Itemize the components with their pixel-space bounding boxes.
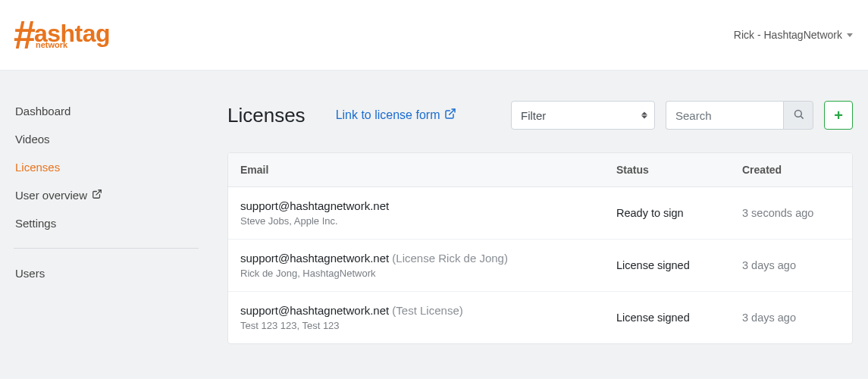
- sidebar-item-label: Dashboard: [15, 105, 71, 117]
- row-email: support@hashtagnetwork.net: [240, 252, 389, 265]
- header: # ashtag network Rick - HashtagNetwork: [0, 0, 868, 70]
- sidebar-item-label: Licenses: [15, 161, 60, 174]
- row-created: 3 days ago: [742, 312, 840, 324]
- sidebar-item-licenses[interactable]: Licenses: [0, 153, 212, 181]
- svg-line-1: [450, 109, 455, 114]
- row-sub: Test 123 123, Test 123: [240, 320, 616, 331]
- filter-select[interactable]: Filter: [511, 101, 655, 130]
- table-row[interactable]: support@hashtagnetwork.net (Test License…: [228, 292, 852, 343]
- svg-line-0: [96, 190, 101, 195]
- main-content: Licenses Link to license form Filter: [212, 70, 868, 379]
- search-input[interactable]: [666, 101, 783, 130]
- row-sub: Steve Jobs, Apple Inc.: [240, 215, 616, 227]
- row-status: License signed: [616, 312, 742, 324]
- link-to-license-form[interactable]: Link to license form: [336, 108, 457, 123]
- chevron-down-icon: [847, 33, 853, 37]
- sidebar-item-users[interactable]: Users: [0, 259, 212, 287]
- sidebar-item-label: Videos: [15, 133, 50, 146]
- row-status: Ready to sign: [616, 207, 742, 219]
- table-row[interactable]: support@hashtagnetwork.net (License Rick…: [228, 240, 852, 292]
- sidebar-item-label: User overview: [15, 189, 87, 202]
- col-header-email: Email: [240, 164, 616, 176]
- licenses-table: Email Status Created support@hashtagnetw…: [227, 152, 853, 344]
- logo[interactable]: # ashtag network: [14, 15, 110, 55]
- sidebar-item-settings[interactable]: Settings: [0, 209, 212, 237]
- add-button[interactable]: +: [824, 101, 853, 130]
- col-header-created: Created: [742, 164, 840, 176]
- table-row[interactable]: support@hashtagnetwork.net Steve Jobs, A…: [228, 187, 852, 240]
- row-email: support@hashtagnetwork.net: [240, 199, 389, 212]
- sidebar: Dashboard Videos Licenses User overview …: [0, 70, 212, 379]
- external-link-icon: [92, 189, 102, 202]
- row-tag: (License Rick de Jong): [389, 252, 508, 265]
- plus-icon: +: [834, 108, 843, 123]
- user-menu[interactable]: Rick - HashtagNetwork: [734, 29, 853, 41]
- search-button[interactable]: [783, 101, 813, 130]
- search-icon: [793, 108, 804, 122]
- sidebar-divider: [14, 248, 199, 249]
- sidebar-item-label: Settings: [15, 217, 56, 230]
- row-status: License signed: [616, 259, 742, 271]
- col-header-status: Status: [616, 164, 742, 176]
- external-link-icon: [444, 108, 456, 123]
- title-bar: Licenses Link to license form Filter: [227, 101, 853, 130]
- row-sub: Rick de Jong, HashtagNetwork: [240, 268, 616, 279]
- sidebar-item-videos[interactable]: Videos: [0, 125, 212, 153]
- row-email: support@hashtagnetwork.net: [240, 304, 389, 317]
- sidebar-item-label: Users: [15, 267, 45, 280]
- sidebar-item-dashboard[interactable]: Dashboard: [0, 97, 212, 125]
- row-tag: (Test License): [389, 304, 463, 317]
- logo-hash-icon: #: [14, 15, 36, 55]
- table-header: Email Status Created: [228, 153, 852, 187]
- row-created: 3 seconds ago: [742, 207, 840, 219]
- form-link-label: Link to license form: [336, 108, 440, 122]
- sidebar-item-user-overview[interactable]: User overview: [0, 181, 212, 209]
- svg-line-3: [801, 116, 803, 118]
- user-label: Rick - HashtagNetwork: [734, 29, 842, 41]
- logo-sub-text: network: [36, 41, 110, 49]
- row-created: 3 days ago: [742, 259, 840, 271]
- page-title: Licenses: [227, 104, 306, 127]
